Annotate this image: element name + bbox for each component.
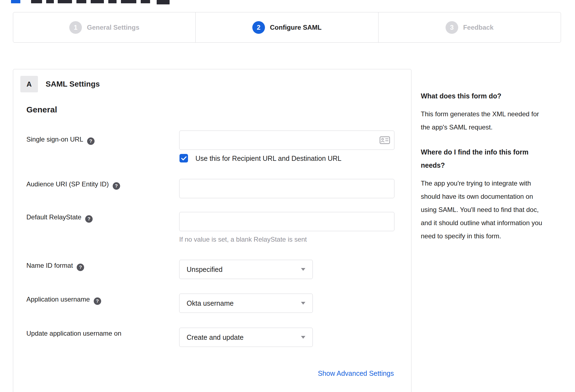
section-a-badge: A (20, 76, 38, 92)
label-text: Update application username on (26, 330, 121, 337)
name-id-format-select[interactable]: Unspecified (179, 260, 313, 279)
cropped-title-fragment (58, 0, 72, 3)
name-id-format-label: Name ID format (26, 262, 84, 271)
select-value: Create and update (187, 333, 244, 341)
audience-uri-input[interactable] (179, 179, 394, 198)
step-feedback[interactable]: 3 Feedback (378, 12, 561, 42)
step-number-badge: 3 (446, 21, 458, 34)
help-question-title: What does this form do? (421, 89, 550, 103)
label-text: Default RelayState (26, 213, 81, 221)
relay-state-label: Default RelayState (26, 213, 93, 223)
help-icon[interactable] (113, 182, 120, 190)
help-icon[interactable] (94, 297, 101, 305)
cropped-title-fragment (31, 0, 42, 3)
label-text: Name ID format (26, 262, 73, 269)
label-text: Single sign-on URL (26, 136, 83, 143)
saml-settings-card: A SAML Settings General Single sign-on U… (13, 69, 411, 392)
label-text: Audience URI (SP Entity ID) (26, 180, 109, 188)
step-number-badge: 2 (252, 21, 265, 34)
cropped-logo-fragment (157, 0, 170, 4)
show-advanced-settings-link[interactable]: Show Advanced Settings (318, 369, 394, 377)
step-label: Configure SAML (270, 24, 322, 31)
cropped-title-fragment (91, 0, 104, 3)
cropped-title-fragment (108, 0, 117, 3)
application-username-select[interactable]: Okta username (179, 294, 313, 313)
step-general-settings[interactable]: 1 General Settings (13, 12, 195, 42)
help-sidebar: What does this form do? This form genera… (421, 89, 550, 254)
cropped-title-fragment (141, 0, 150, 3)
cropped-title-fragment (46, 0, 54, 3)
select-value: Okta username (187, 299, 234, 307)
step-number-badge: 1 (69, 21, 82, 34)
cropped-title-fragment (121, 0, 136, 3)
step-configure-saml[interactable]: 2 Configure SAML (195, 12, 378, 42)
help-icon[interactable] (85, 215, 93, 223)
cropped-title-fragment (76, 0, 86, 3)
cropped-page-title (0, 0, 247, 4)
help-question-body: This form generates the XML needed for t… (421, 107, 550, 134)
relay-state-input[interactable] (179, 212, 394, 231)
label-text: Application username (26, 296, 90, 303)
wizard-stepper: 1 General Settings 2 Configure SAML 3 Fe… (13, 12, 561, 43)
audience-uri-label: Audience URI (SP Entity ID) (26, 180, 120, 190)
sso-url-label: Single sign-on URL (26, 136, 95, 145)
application-username-label: Application username (26, 296, 101, 305)
recipient-url-checkbox[interactable] (179, 154, 188, 162)
group-title-general: General (26, 105, 57, 114)
recipient-url-checkbox-label: Use this for Recipient URL and Destinati… (195, 154, 341, 162)
section-title: SAML Settings (46, 80, 100, 89)
help-question-title: Where do I find the info this form needs… (421, 145, 550, 172)
step-label: Feedback (463, 24, 494, 31)
select-value: Unspecified (187, 266, 223, 274)
chevron-down-icon (301, 268, 305, 271)
checkmark-icon (181, 156, 187, 161)
help-icon[interactable] (87, 137, 95, 145)
chevron-down-icon (301, 302, 305, 305)
step-label: General Settings (87, 24, 139, 31)
update-username-select[interactable]: Create and update (179, 328, 313, 347)
help-icon[interactable] (77, 264, 84, 271)
update-username-label: Update application username on (26, 330, 121, 337)
cropped-title-fragment (11, 0, 20, 3)
help-question-body: The app you're trying to integrate with … (421, 177, 550, 243)
chevron-down-icon (301, 336, 305, 339)
sso-url-input[interactable] (179, 131, 394, 150)
relay-state-hint: If no value is set, a blank RelayState i… (179, 236, 307, 243)
